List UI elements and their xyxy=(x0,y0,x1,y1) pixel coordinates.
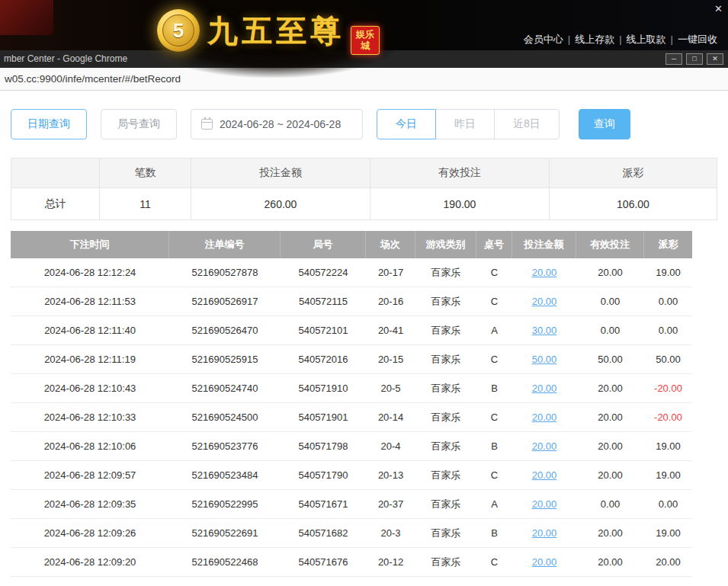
banner-nav: 会员中心|线上存款|线上取款|一键回收 xyxy=(519,33,722,46)
cell-round-number: 540571676 xyxy=(281,556,366,568)
cell-payout: 0.00 xyxy=(644,498,692,510)
cell-order-number: 521690523776 xyxy=(169,440,281,452)
screen: ✕ 会员中心|线上存款|线上取款|一键回收 5 九五至尊 娱乐城 mber Ce… xyxy=(0,0,728,586)
cell-bet-time: 2024-06-28 12:09:35 xyxy=(11,498,169,510)
cell-game-type: 百家乐 xyxy=(415,469,476,482)
cell-order-number: 521690527878 xyxy=(169,267,281,278)
bet-amount-link[interactable]: 20.00 xyxy=(532,498,557,510)
summary-header-blank xyxy=(11,159,99,187)
cell-session: 20-37 xyxy=(366,498,415,510)
cell-game-type: 百家乐 xyxy=(415,498,476,511)
summary-count-value: 11 xyxy=(99,188,191,219)
cell-valid-bet: 20.00 xyxy=(576,469,644,481)
header-bet-amount: 投注金额 xyxy=(512,231,576,258)
bet-amount-link[interactable]: 30.00 xyxy=(532,325,557,336)
cell-valid-bet: 0.00 xyxy=(576,325,644,336)
nav-online-withdraw[interactable]: 线上取款 xyxy=(622,34,671,45)
summary-payout-value: 106.00 xyxy=(549,188,717,219)
bet-amount-link[interactable]: 20.00 xyxy=(532,527,557,539)
table-row: 2024-06-28 12:09:20 521690522468 5405716… xyxy=(11,548,692,577)
cell-bet-time: 2024-06-28 12:09:20 xyxy=(11,556,169,568)
bet-amount-link[interactable]: 20.00 xyxy=(532,469,557,481)
cell-table-number: C xyxy=(476,296,512,307)
window-controls: ─ □ ✕ xyxy=(665,53,723,65)
cell-bet-time: 2024-06-28 12:11:19 xyxy=(11,354,169,365)
maximize-button[interactable]: □ xyxy=(686,53,703,65)
summary-header-payout: 派彩 xyxy=(549,159,717,187)
filter-bar: 日期查询 局号查询 2024-06-28 ~ 2024-06-28 今日 昨日 … xyxy=(11,109,728,139)
summary-header-bet-amount: 投注金额 xyxy=(191,159,370,187)
cell-payout: 19.00 xyxy=(644,267,692,278)
cell-bet-time: 2024-06-28 12:10:06 xyxy=(11,440,169,452)
cell-bet-amount: 20.00 xyxy=(512,440,576,452)
today-button[interactable]: 今日 xyxy=(377,109,436,139)
banner-close-icon[interactable]: ✕ xyxy=(714,4,723,14)
header-session: 场次 xyxy=(366,231,415,258)
bet-amount-link[interactable]: 50.00 xyxy=(532,354,557,365)
quick-range-group: 今日 昨日 近8日 xyxy=(377,109,560,139)
summary-total-row: 总计 11 260.00 190.00 106.00 xyxy=(11,188,717,219)
header-game-type: 游戏类别 xyxy=(415,231,476,258)
date-query-button[interactable]: 日期查询 xyxy=(11,109,87,139)
last-8-days-button[interactable]: 近8日 xyxy=(494,109,560,139)
cell-round-number: 540572115 xyxy=(281,296,366,307)
bet-amount-link[interactable]: 20.00 xyxy=(532,556,557,568)
banner-corner-decoration xyxy=(0,0,53,35)
cell-order-number: 521690522691 xyxy=(169,527,281,539)
table-row: 2024-06-28 12:11:19 521690525915 5405720… xyxy=(11,345,692,374)
cell-round-number: 540571910 xyxy=(281,383,366,394)
bet-amount-link[interactable]: 20.00 xyxy=(532,440,557,452)
nav-member-center[interactable]: 会员中心 xyxy=(519,34,568,45)
cell-bet-amount: 20.00 xyxy=(512,411,576,423)
header-table-number: 桌号 xyxy=(476,231,512,258)
bet-record-page: 日期查询 局号查询 2024-06-28 ~ 2024-06-28 今日 昨日 … xyxy=(0,91,728,586)
summary-header-valid-bet: 有效投注 xyxy=(370,159,549,187)
cell-order-number: 521690524740 xyxy=(169,383,281,394)
bet-amount-link[interactable]: 20.00 xyxy=(532,296,557,307)
cell-session: 20-5 xyxy=(366,383,415,394)
cell-bet-time: 2024-06-28 12:11:53 xyxy=(11,296,169,307)
nav-online-deposit[interactable]: 线上存款 xyxy=(570,34,619,45)
table-row: 2024-06-28 12:10:33 521690524500 5405719… xyxy=(11,403,692,432)
summary-valid-bet-value: 190.00 xyxy=(370,188,549,219)
cell-session: 20-4 xyxy=(366,440,415,452)
header-order-number: 注单编号 xyxy=(169,231,281,258)
cell-payout: 20.00 xyxy=(644,556,692,568)
cell-round-number: 540572101 xyxy=(281,325,366,336)
date-range-input[interactable]: 2024-06-28 ~ 2024-06-28 xyxy=(191,109,363,139)
cell-payout: 0.00 xyxy=(644,296,692,307)
round-query-button[interactable]: 局号查询 xyxy=(101,109,177,139)
cell-session: 20-15 xyxy=(366,354,415,365)
bet-amount-link[interactable]: 20.00 xyxy=(532,411,557,423)
cell-round-number: 540571790 xyxy=(281,469,366,481)
cell-round-number: 540571671 xyxy=(281,498,366,510)
cell-payout: -20.00 xyxy=(644,411,692,423)
cell-order-number: 521690525915 xyxy=(169,354,281,365)
cell-bet-amount: 20.00 xyxy=(512,498,576,510)
table-row: 2024-06-28 12:11:53 521690526917 5405721… xyxy=(11,287,692,316)
cell-round-number: 540571901 xyxy=(281,411,366,423)
summary-header-count: 笔数 xyxy=(99,159,191,187)
cell-round-number: 540571682 xyxy=(281,527,366,539)
close-button[interactable]: ✕ xyxy=(707,53,723,65)
gold-coin-icon: 5 xyxy=(157,9,200,52)
header-payout: 派彩 xyxy=(644,231,692,258)
cell-payout: 19.00 xyxy=(644,527,692,539)
cell-session: 20-3 xyxy=(366,527,415,539)
search-button[interactable]: 查询 xyxy=(579,109,630,139)
cell-valid-bet: 0.00 xyxy=(576,498,644,510)
bet-records-table: 下注时间 注单编号 局号 场次 游戏类别 桌号 投注金额 有效投注 派彩 202… xyxy=(11,231,692,577)
cell-game-type: 百家乐 xyxy=(415,295,476,309)
date-range-value: 2024-06-28 ~ 2024-06-28 xyxy=(220,118,341,130)
cell-order-number: 521690522468 xyxy=(169,556,281,568)
cell-game-type: 百家乐 xyxy=(415,266,476,280)
bet-amount-link[interactable]: 20.00 xyxy=(532,267,557,278)
cell-table-number: B xyxy=(476,383,512,394)
cell-session: 20-17 xyxy=(366,267,415,278)
yesterday-button[interactable]: 昨日 xyxy=(435,109,495,139)
cell-valid-bet: 20.00 xyxy=(576,556,644,568)
nav-one-key-recycle[interactable]: 一键回收 xyxy=(673,34,722,45)
minimize-button[interactable]: ─ xyxy=(665,53,682,65)
bet-amount-link[interactable]: 20.00 xyxy=(532,383,557,394)
coin-number: 5 xyxy=(162,14,194,46)
